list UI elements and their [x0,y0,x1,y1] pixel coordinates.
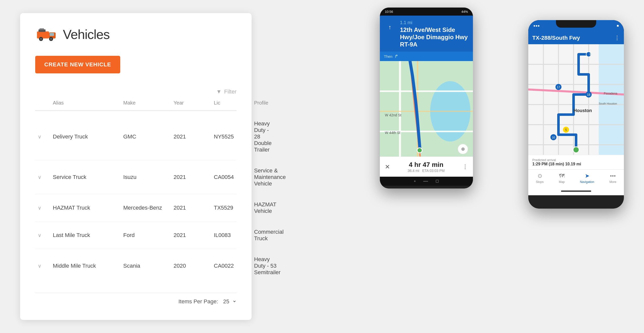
table-row[interactable]: ∨ Delivery Truck GMC 2021 NY5525 Heavy D… [35,113,236,160]
filter-label: Filter [224,88,236,95]
svg-rect-2 [50,33,54,36]
col-header-make: Make [121,100,171,106]
iphone-street: TX-288/South Fwy [532,35,580,41]
page-title: Vehicles [63,27,110,42]
row-year: 2021 [171,174,211,180]
iphone-map-svg: E Houston Pasadena South Houston 17 18 5… [528,44,624,155]
pagination-select[interactable]: 25 50 100 [222,298,236,305]
iphone-battery: ■ [617,24,619,28]
android-map: ⊕ W 42nd St W 44th St [380,61,473,157]
android-home-button[interactable] [423,181,428,182]
row-make: GMC [121,133,171,140]
android-status-bar: 10:56 44% [380,8,473,16]
row-expand-chevron[interactable]: ∨ [35,232,50,238]
row-expand-chevron[interactable]: ∨ [35,263,50,269]
row-profile: Service & Maintenance Vehicle [252,167,288,187]
android-back-button[interactable] [414,180,416,182]
row-lic: IL0083 [211,232,252,239]
col-header-year: Year [171,100,211,106]
nav-duration: 4 hr 47 min [408,161,445,169]
iphone-signal: ●●● [533,24,540,28]
row-year: 2020 [171,263,211,269]
svg-text:Houston: Houston [574,108,592,113]
more-icon: ••• [610,173,616,179]
row-year: 2021 [171,205,211,211]
android-recents-button[interactable] [436,180,439,183]
iphone-nav-more[interactable]: ••• More [609,173,616,184]
table-row[interactable]: ∨ HAZMAT Truck Mercedes-Benz 2021 TX5529… [35,194,236,222]
iphone-nav-map[interactable]: 🗺 Map [559,173,565,184]
android-more-button[interactable]: ⋮ [462,164,468,170]
table-header: Alias Make Year Lic Profile [35,100,236,111]
row-alias: Service Truck [50,174,121,180]
iphone-map: E Houston Pasadena South Houston 17 18 5… [528,44,624,155]
row-expand-chevron[interactable]: ∨ [35,134,50,140]
navigation-label: Navigation [580,180,594,184]
android-home-bar [380,177,473,186]
svg-text:10: 10 [552,136,555,139]
table-row[interactable]: ∨ Middle Mile Truck Scania 2020 CA0022 H… [35,249,236,283]
stops-label: Stops [536,180,544,184]
vehicles-table: Alias Make Year Lic Profile ∨ Delivery T… [35,100,236,283]
main-container: Vehicles CREATE NEW VEHICLE ▼ Filter Ali… [0,0,644,333]
row-lic: TX5529 [211,205,252,211]
iphone-nav-header: TX-288/South Fwy ⋮ [528,31,624,44]
iphone-predicted: Predicted arrival 1:29 PM (18 min) 10.19… [528,155,624,169]
iphone-notch [556,20,596,28]
svg-text:18: 18 [587,93,590,97]
row-expand-chevron[interactable]: ∨ [35,174,50,180]
android-nav-street: 12th Ave/West Side Hwy/Joe Dimaggio Hwy … [400,26,469,48]
svg-point-16 [417,148,422,153]
android-nav-header: ↑ 1.1 mi 12th Ave/West Side Hwy/Joe Dima… [380,16,473,52]
map-label: Map [559,180,565,184]
navigation-icon: ➤ [585,173,589,179]
svg-text:⊕: ⊕ [461,147,465,152]
more-label: More [609,180,616,184]
row-expand-chevron[interactable]: ∨ [35,205,50,211]
svg-text:W 42nd St: W 42nd St [385,113,401,117]
row-lic: CA0054 [211,174,252,180]
table-row[interactable]: ∨ Last Mile Truck Ford 2021 IL0083 Comme… [35,222,236,249]
then-label: Then [384,54,392,59]
row-profile: HAZMAT Vehicle [252,201,279,214]
row-make: Isuzu [121,174,171,180]
svg-text:South Houston: South Houston [599,102,617,105]
row-year: 2021 [171,133,211,140]
table-body: ∨ Delivery Truck GMC 2021 NY5525 Heavy D… [35,113,236,283]
iphone-home-indicator [528,187,624,195]
android-close-button[interactable]: ✕ [385,163,390,170]
android-then-row: Then ↱ [380,52,473,61]
svg-text:5: 5 [565,128,567,132]
svg-rect-8 [39,28,44,30]
home-bar [561,191,591,192]
svg-rect-0 [37,31,49,38]
iphone-nav-stops[interactable]: ⊙ Stops [536,173,544,184]
row-make: Scania [121,263,171,269]
then-turn-icon: ↱ [394,54,398,59]
android-battery: 44% [461,10,468,14]
svg-text:E: E [590,53,592,56]
row-profile: Heavy Duty - 53 Semitrailer [252,256,283,276]
svg-point-4 [40,38,42,40]
iphone-menu-button[interactable]: ⋮ [614,35,620,41]
table-row[interactable]: ∨ Service Truck Isuzu 2021 CA0054 Servic… [35,160,236,194]
row-alias: Middle Mile Truck [50,263,121,269]
nav-time-info: 4 hr 47 min 36.4 mi ETA 03:03 PM [408,161,445,173]
row-profile: Commercial Truck [252,229,286,242]
row-make: Ford [121,232,171,239]
col-header-profile: Profile [252,100,271,106]
nav-distance-eta: 36.4 mi ETA 03:03 PM [408,169,445,173]
iphone-bottom-nav: ⊙ Stops 🗺 Map ➤ Navigation ••• More [528,169,624,187]
filter-icon: ▼ [216,88,222,95]
iphone-nav-navigation[interactable]: ➤ Navigation [580,173,594,184]
row-alias: Last Mile Truck [50,232,121,239]
pagination-row: Items Per Page: 25 50 100 [35,293,236,305]
iphone: ●●● ▲ WiFi ■ TX-288/South Fwy ⋮ [528,20,624,209]
create-vehicle-button[interactable]: CREATE NEW VEHICLE [35,56,120,73]
android-nav-distance: 1.1 mi [400,20,469,25]
svg-text:Pasadena: Pasadena [604,92,617,95]
svg-text:W 44th St: W 44th St [385,131,400,135]
col-header-alias: Alias [50,100,121,106]
row-make: Mercedes-Benz [121,205,171,211]
panel-header: Vehicles [35,26,236,43]
